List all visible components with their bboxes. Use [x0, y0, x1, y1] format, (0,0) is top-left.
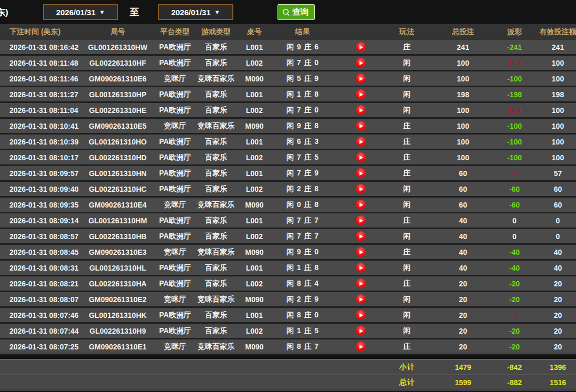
- round-id-cell: GL002261310HE: [78, 106, 158, 115]
- play-video-icon[interactable]: [356, 231, 366, 241]
- bet-time-cell: 2026-01-31 08:08:07: [0, 295, 78, 304]
- play-triangle-icon: [359, 297, 363, 302]
- payout-cell: 0: [497, 232, 532, 241]
- play-triangle-icon: [359, 61, 363, 65]
- play-video-icon[interactable]: [356, 168, 366, 178]
- game-type-cell: 竞咪百家乐: [192, 295, 240, 304]
- replay-cell: [336, 89, 385, 99]
- round-id-cell: GM090261310E6: [78, 75, 158, 83]
- result-cell: 闲 8 庄 7: [269, 342, 336, 352]
- replay-cell: [336, 310, 385, 320]
- replay-cell: [336, 294, 385, 304]
- play-triangle-icon: [359, 156, 363, 160]
- game-type-cell: 百家乐: [192, 169, 240, 178]
- game-type-cell: 百家乐: [192, 216, 240, 225]
- header-table-no: 桌号: [240, 27, 269, 37]
- valid-bet-cell: 198: [532, 90, 576, 99]
- round-id-cell: GL001261310HM: [78, 216, 158, 225]
- round-id-cell: GM090261310E3: [78, 248, 158, 256]
- date-to-select[interactable]: 2026/01/31 ▼: [158, 4, 233, 20]
- platform-cell: PA欧洲厅: [158, 58, 192, 68]
- game-type-cell: 竞咪百家乐: [192, 74, 240, 84]
- play-video-icon[interactable]: [356, 137, 366, 147]
- play-video-icon[interactable]: [356, 42, 366, 52]
- payout-cell: -100: [497, 75, 532, 83]
- play-video-icon[interactable]: [356, 278, 366, 288]
- game-type-cell: 百家乐: [192, 326, 240, 336]
- result-cell: 闲 8 庄 0: [269, 311, 336, 320]
- game-type-cell: 百家乐: [192, 153, 240, 162]
- play-video-icon[interactable]: [356, 58, 366, 68]
- total-bet-cell: 20: [429, 295, 497, 304]
- bet-time-cell: 2026-01-31 08:11:48: [0, 59, 78, 67]
- payout-cell: -241: [497, 43, 532, 51]
- game-type-cell: 百家乐: [192, 184, 240, 194]
- round-id-cell: GL002261310HB: [78, 232, 158, 241]
- search-button[interactable]: 查询: [277, 4, 315, 20]
- round-id-cell: GL001261310HN: [78, 169, 158, 178]
- play-video-icon[interactable]: [356, 184, 366, 194]
- payout-cell: 57: [497, 169, 532, 178]
- platform-cell: 竞咪厅: [158, 74, 192, 84]
- result-cell: 闲 8 庄 4: [269, 279, 336, 288]
- play-video-icon[interactable]: [356, 326, 366, 336]
- play-triangle-icon: [359, 219, 363, 223]
- play-video-icon[interactable]: [356, 105, 366, 115]
- play-video-icon[interactable]: [356, 89, 366, 99]
- table-body: 2026-01-31 08:16:42 GL001261310HW PA欧洲厅 …: [0, 40, 576, 355]
- round-id-cell: GM090261310E4: [78, 201, 158, 209]
- chevron-down-icon: ▼: [214, 9, 220, 15]
- result-cell: 闲 9 庄 0: [269, 247, 336, 257]
- total-bet-cell: 100: [429, 59, 497, 67]
- payout-cell: -20: [497, 343, 532, 351]
- valid-bet-cell: 100: [532, 106, 576, 115]
- valid-bet-cell: 40: [532, 264, 576, 272]
- payout-cell: -20: [497, 327, 532, 335]
- valid-bet-cell: 100: [532, 138, 576, 146]
- bet-time-cell: 2026-01-31 08:08:21: [0, 280, 78, 288]
- result-cell: 闲 1 庄 8: [269, 263, 336, 273]
- valid-bet-cell: 100: [532, 122, 576, 130]
- play-video-icon[interactable]: [356, 263, 366, 273]
- table-row: 2026-01-31 08:10:41 GM090261310E5 竞咪厅 竞咪…: [0, 119, 576, 135]
- table-no-cell: M090: [240, 343, 269, 351]
- play-video-icon[interactable]: [356, 200, 366, 210]
- play-video-icon[interactable]: [356, 247, 366, 257]
- header-bet-option: 玩法: [385, 27, 429, 37]
- play-video-icon[interactable]: [356, 215, 366, 225]
- total-bet-cell: 20: [429, 280, 497, 288]
- bet-option-cell: 庄: [385, 137, 429, 147]
- total-bet-cell: 198: [429, 90, 497, 99]
- platform-cell: PA欧洲厅: [158, 326, 192, 336]
- game-type-cell: 竞咪百家乐: [192, 247, 240, 257]
- table-header-row: 下注时间 (美东) 局号 平台类型 游戏类型 桌号 结果 玩法 总投注 派彩 有…: [0, 24, 576, 40]
- table-no-cell: L002: [240, 327, 269, 335]
- table-row: 2026-01-31 08:08:31 GL001261310HL PA欧洲厅 …: [0, 261, 576, 276]
- subtotal-valid-bet: 1396: [532, 363, 576, 372]
- bet-option-cell: 闲: [385, 326, 429, 336]
- play-video-icon[interactable]: [356, 310, 366, 320]
- table-no-cell: L001: [240, 43, 269, 51]
- header-round-id: 局号: [78, 27, 158, 37]
- play-video-icon[interactable]: [356, 74, 366, 84]
- play-video-icon[interactable]: [356, 294, 366, 304]
- platform-cell: PA欧洲厅: [158, 184, 192, 194]
- header-payout: 派彩: [497, 27, 532, 37]
- total-bet-cell: 60: [429, 169, 497, 178]
- date-from-select[interactable]: 2026/01/31 ▼: [43, 4, 118, 20]
- bet-option-cell: 庄: [385, 153, 429, 162]
- table-no-cell: L001: [240, 169, 269, 178]
- game-type-cell: 百家乐: [192, 279, 240, 288]
- bet-time-cell: 2026-01-31 08:10:41: [0, 122, 78, 130]
- table-no-cell: L001: [240, 311, 269, 319]
- replay-cell: [336, 326, 385, 336]
- game-type-cell: 百家乐: [192, 137, 240, 147]
- result-cell: 闲 9 庄 6: [269, 43, 336, 52]
- play-video-icon[interactable]: [356, 342, 366, 352]
- total-bet-cell: 40: [429, 248, 497, 256]
- play-video-icon[interactable]: [356, 152, 366, 162]
- play-video-icon[interactable]: [356, 121, 366, 131]
- play-triangle-icon: [359, 140, 363, 144]
- bet-time-cell: 2026-01-31 08:11:27: [0, 90, 78, 99]
- replay-cell: [336, 105, 385, 115]
